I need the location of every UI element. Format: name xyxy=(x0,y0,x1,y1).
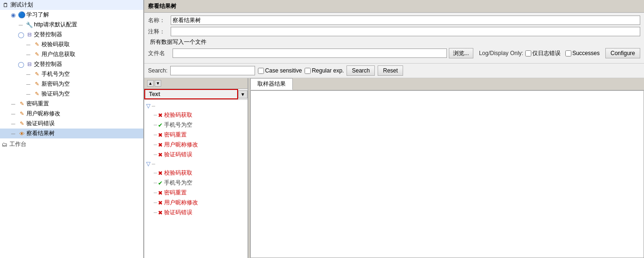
node-label: 校验码获取 xyxy=(164,111,192,119)
line-icon: ─ xyxy=(154,190,157,195)
tree-item-http[interactable]: ─ 🔧 http请求默认配置 xyxy=(0,20,143,30)
connector-icon: ─ xyxy=(9,110,17,118)
result-panel: 取样器结果 xyxy=(250,78,644,258)
switch-icon: ⊟ xyxy=(25,61,33,68)
log-display-label: Log/Display Only: xyxy=(479,50,523,56)
tree-item-label: 密码重置 xyxy=(26,100,49,108)
search-button[interactable]: Search xyxy=(347,65,375,76)
tree-node-2-1[interactable]: ─ ✖ 校验码获取 xyxy=(144,168,248,178)
tree-item-switch1[interactable]: ◯ ⊟ 交替控制器 xyxy=(0,30,143,40)
note-label: 注释： xyxy=(148,28,171,36)
tree-item-user-info[interactable]: ─ ✎ 用户信息获取 xyxy=(0,49,143,59)
form-area: 名称： 注释： 所有数据写入一个文件 文件名 浏览... Log/Display… xyxy=(144,13,644,64)
nav-up-arrow[interactable]: ▲ xyxy=(147,80,154,87)
connector-icon: ◯ xyxy=(17,61,25,68)
action-icon: ✎ xyxy=(33,41,41,48)
reset-button[interactable]: Reset xyxy=(378,65,403,76)
workbench-item[interactable]: 🗂 工作台 xyxy=(0,138,143,150)
tab-sampler-result[interactable]: 取样器结果 xyxy=(250,78,293,90)
log-error-check[interactable]: 仅日志错误 xyxy=(525,49,561,57)
line-icon: ─ xyxy=(154,132,157,137)
tree-item-user-rename[interactable]: ─ ✎ 用户昵称修改 xyxy=(0,109,143,119)
tree-item-pwd-reset[interactable]: ─ ✎ 密码重置 xyxy=(0,99,143,109)
group1-parent: ▽ ─ ─ ✖ 校验码获取 ─ ✔ 手机号为空 ─ xyxy=(144,102,248,160)
case-sensitive-checkbox[interactable] xyxy=(258,68,264,74)
case-sensitive-check[interactable]: Case sensitive xyxy=(258,67,302,74)
tree-item-switch2[interactable]: ◯ ⊟ 交替控制器 xyxy=(0,59,143,69)
test-plan-icon: 🗒 xyxy=(2,1,9,9)
tree-item-learn[interactable]: ◉ 🔵 学习了解 xyxy=(0,10,143,20)
status-ok-icon: ✔ xyxy=(158,180,163,186)
tree-node-1-2[interactable]: ─ ✔ 手机号为空 xyxy=(144,120,248,130)
tree-item-label: 校验码获取 xyxy=(41,40,70,48)
tree-item-view-result[interactable]: ─ 👁 察看结果树 xyxy=(0,129,143,138)
line-icon: ─ xyxy=(154,113,157,118)
tree-node-2-5[interactable]: ─ ✖ 验证码错误 xyxy=(144,208,248,218)
right-panel: 察看结果树 名称： 注释： 所有数据写入一个文件 文件名 浏览... Log/D… xyxy=(144,0,644,258)
status-error-icon: ✖ xyxy=(158,142,163,148)
text-column-header-row: Text ▼ xyxy=(144,89,248,100)
regular-exp-checkbox[interactable] xyxy=(305,68,311,74)
search-bar: Search: Case sensitive Regular exp. Sear… xyxy=(144,64,644,78)
tree-item-label: 交替控制器 xyxy=(34,31,62,39)
tree-item-verify-empty[interactable]: ─ ✎ 验证码为空 xyxy=(0,89,143,99)
successes-checkbox[interactable] xyxy=(565,50,571,56)
line-icon: ─ xyxy=(154,170,157,176)
tree-node-2-2[interactable]: ─ ✔ 手机号为空 xyxy=(144,178,248,188)
node-label: 密码重置 xyxy=(164,189,187,197)
content-split: ▲ ▼ Text ▼ ▽ ─ ─ xyxy=(144,78,644,258)
group1-root[interactable]: ▽ ─ xyxy=(144,102,248,110)
successes-check[interactable]: Successes xyxy=(565,50,600,56)
node-label: 手机号为空 xyxy=(164,121,192,129)
tree-node-2-4[interactable]: ─ ✖ 用户昵称修改 xyxy=(144,198,248,208)
workbench-label: 工作台 xyxy=(9,140,26,148)
nav-down-arrow[interactable]: ▼ xyxy=(155,80,161,87)
result-content-area[interactable] xyxy=(250,90,644,258)
log-error-checkbox[interactable] xyxy=(525,50,531,56)
switch-icon: ⊟ xyxy=(25,31,33,39)
regular-exp-check[interactable]: Regular exp. xyxy=(305,67,344,74)
connector-icon: ─ xyxy=(25,51,32,58)
column-dropdown-btn[interactable]: ▼ xyxy=(238,90,248,98)
status-error-icon: ✖ xyxy=(158,190,163,196)
inner-tree-header: ▲ ▼ xyxy=(144,78,248,89)
tree-item-label: http请求默认配置 xyxy=(34,21,77,29)
group2-root[interactable]: ▽ ─ xyxy=(144,160,248,168)
connector-icon: ─ xyxy=(9,130,17,137)
status-error-icon: ✖ xyxy=(158,132,163,138)
note-input[interactable] xyxy=(171,27,640,36)
configure-button[interactable]: Configure xyxy=(605,48,640,58)
tree-node-1-4[interactable]: ─ ✖ 用户昵称修改 xyxy=(144,140,248,150)
line-icon: ─ xyxy=(154,122,157,128)
status-error-icon: ✖ xyxy=(158,200,163,206)
pencil-icon: ✎ xyxy=(18,110,25,118)
pencil-icon: ✎ xyxy=(18,120,25,128)
workbench-icon: 🗂 xyxy=(2,141,8,148)
status-error-icon: ✖ xyxy=(158,152,163,158)
tree-item-label: 手机号为空 xyxy=(41,70,70,78)
tree-node-2-3[interactable]: ─ ✖ 密码重置 xyxy=(144,188,248,198)
left-tree-panel: 🗒 测试计划 ◉ 🔵 学习了解 ─ 🔧 http请求默认配置 ◯ ⊟ 交替控制器… xyxy=(0,0,144,258)
filename-input[interactable] xyxy=(173,48,447,58)
panel-title: 察看结果树 xyxy=(144,0,644,13)
tree-item-phone-empty[interactable]: ─ ✎ 手机号为空 xyxy=(0,69,143,79)
tree-node-1-5[interactable]: ─ ✖ 验证码错误 xyxy=(144,150,248,160)
tree-root[interactable]: 🗒 测试计划 xyxy=(0,0,143,10)
expand-icon: ▽ xyxy=(146,103,150,109)
tree-item-newpwd-empty[interactable]: ─ ✎ 新密码为空 xyxy=(0,79,143,89)
line-icon: ─ xyxy=(154,210,157,215)
tree-node-1-3[interactable]: ─ ✖ 密码重置 xyxy=(144,130,248,140)
tree-node-1-1[interactable]: ─ ✖ 校验码获取 xyxy=(144,110,248,120)
search-label: Search: xyxy=(148,67,167,74)
tree-item-label: 学习了解 xyxy=(26,11,49,19)
name-input[interactable] xyxy=(171,16,640,25)
browse-button[interactable]: 浏览... xyxy=(449,48,473,58)
pencil-icon: ✎ xyxy=(18,100,25,108)
line-icon: ─ xyxy=(154,180,157,185)
node-label: 手机号为空 xyxy=(164,179,192,187)
tree-item-verify-error[interactable]: ─ ✎ 验证码错误 xyxy=(0,119,143,129)
tree-item-verify-code[interactable]: ─ ✎ 校验码获取 xyxy=(0,40,143,49)
search-input[interactable] xyxy=(170,66,255,75)
regular-exp-label: Regular exp. xyxy=(312,67,344,74)
name-row: 名称： xyxy=(148,16,640,25)
